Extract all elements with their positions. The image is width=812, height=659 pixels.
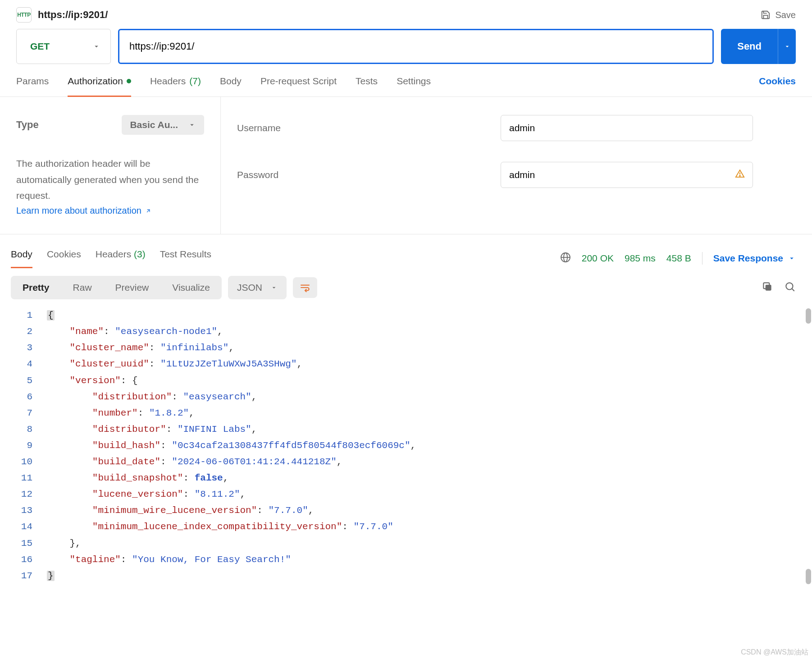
send-group: Send [721,29,796,64]
resp-headers-count: (3) [134,249,146,259]
wrap-lines-button[interactable] [293,277,317,298]
resp-tab-test-results[interactable]: Test Results [160,249,211,268]
authorization-panel: Type Basic Au... The authorization heade… [0,97,812,234]
resp-tab-cookies[interactable]: Cookies [47,249,81,268]
cookies-link[interactable]: Cookies [759,76,796,96]
tab-settings[interactable]: Settings [397,75,431,97]
active-dot-icon [127,79,131,83]
view-raw[interactable]: Raw [61,276,104,299]
request-tabs-left: Params Authorization Headers (7) Body Pr… [16,75,431,96]
response-tabs: Body Cookies Headers (3) Test Results [11,249,211,268]
tab-params[interactable]: Params [16,75,49,97]
response-toolbar: Pretty Raw Preview Visualize JSON [0,268,812,306]
format-select[interactable]: JSON [228,276,287,299]
warning-icon [735,169,745,181]
scrollbar-thumb[interactable] [806,569,811,584]
view-pretty[interactable]: Pretty [11,276,61,299]
tab-tests[interactable]: Tests [356,75,378,97]
headers-count: (7) [189,76,201,87]
auth-info-text: The authorization header will be automat… [16,156,204,204]
save-response-button[interactable]: Save Response [713,253,796,264]
response-body-viewer[interactable]: 1234567891011121314151617 { "name": "eas… [0,306,812,598]
method-select[interactable]: GET [16,29,111,64]
status-size: 458 B [666,253,691,264]
format-value: JSON [237,282,262,293]
password-label: Password [237,169,501,180]
chevron-down-icon [270,284,278,291]
auth-type-row: Type Basic Au... [16,115,204,135]
tab-pre-request[interactable]: Pre-request Script [260,75,337,97]
search-button[interactable] [784,281,796,295]
svg-point-8 [786,283,793,289]
request-tabs: Params Authorization Headers (7) Body Pr… [0,75,812,97]
auth-type-value: Basic Au... [130,119,178,130]
view-mode-group: Pretty Raw Preview Visualize [11,276,222,299]
response-body-code: { "name": "easysearch-node1", "cluster_n… [47,307,801,584]
tab-authorization[interactable]: Authorization [68,75,131,97]
copy-button[interactable] [762,281,773,295]
send-dropdown[interactable] [778,29,796,64]
svg-rect-6 [766,284,771,290]
svg-line-9 [792,288,794,291]
tab-header: HTTP https://ip:9201/ Save [0,0,812,29]
chevron-down-icon [784,43,791,50]
method-value: GET [30,41,50,52]
learn-more-label: Learn more about authorization [16,206,141,216]
url-input[interactable] [118,29,714,64]
username-label: Username [237,123,501,133]
tab-headers-label: Headers [150,76,186,87]
view-visualize[interactable]: Visualize [160,276,222,299]
resp-tab-body[interactable]: Body [11,249,32,268]
tab-body[interactable]: Body [220,75,242,97]
scrollbar-thumb[interactable] [806,308,811,324]
toolbar-left: Pretty Raw Preview Visualize JSON [11,276,317,299]
tab-headers[interactable]: Headers (7) [150,75,201,97]
http-icon: HTTP [16,7,32,23]
svg-point-1 [739,175,740,176]
external-link-icon [145,208,151,214]
url-bar: GET Send [0,29,812,75]
response-header: Body Cookies Headers (3) Test Results 20… [0,234,812,268]
save-button[interactable]: Save [761,10,796,20]
username-field: Username [237,115,796,141]
chevron-down-icon [188,121,196,129]
response-meta: 200 OK 985 ms 458 B Save Response [560,252,796,265]
username-input[interactable] [501,115,753,141]
copy-icon [762,281,773,293]
auth-right: Username Password [221,97,812,234]
password-field: Password [237,162,796,188]
chevron-down-icon [788,254,796,262]
tab-left: HTTP https://ip:9201/ [16,7,108,23]
toolbar-right [762,281,796,295]
request-title: https://ip:9201/ [38,9,108,21]
send-button[interactable]: Send [721,29,778,64]
view-preview[interactable]: Preview [104,276,161,299]
globe-icon[interactable] [560,252,571,265]
chevron-down-icon [92,42,100,50]
wrap-icon [299,282,311,293]
resp-tab-headers[interactable]: Headers (3) [96,249,146,268]
save-label: Save [775,10,796,20]
auth-type-label: Type [16,119,39,131]
status-time: 985 ms [625,253,656,264]
search-icon [784,281,796,293]
status-code: 200 OK [582,253,614,264]
auth-left: Type Basic Au... The authorization heade… [0,97,221,234]
learn-more-link[interactable]: Learn more about authorization [16,206,151,216]
line-numbers: 1234567891011121314151617 [11,307,47,584]
auth-type-select[interactable]: Basic Au... [122,115,204,135]
save-icon [761,10,771,20]
password-input[interactable] [501,162,753,188]
save-response-label: Save Response [713,253,783,264]
resp-tab-headers-label: Headers [96,249,131,259]
tab-authorization-label: Authorization [68,76,123,87]
divider [702,252,703,265]
